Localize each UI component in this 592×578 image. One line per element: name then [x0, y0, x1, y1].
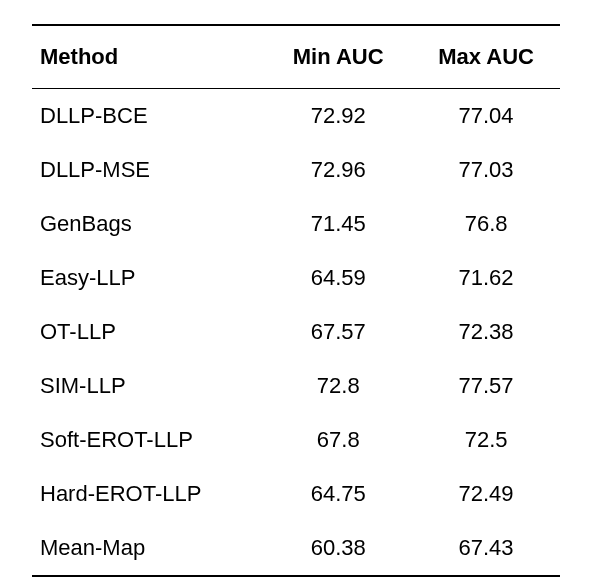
cell-method: GenBags: [32, 197, 264, 251]
table-row: Easy-LLP64.5971.62: [32, 251, 560, 305]
header-row: Method Min AUC Max AUC: [32, 25, 560, 89]
cell-method: Easy-LLP: [32, 251, 264, 305]
cell-method: OT-LLP: [32, 305, 264, 359]
cell-min-auc: 60.38: [264, 521, 412, 576]
cell-method: Mean-Map: [32, 521, 264, 576]
cell-min-auc: 72.92: [264, 89, 412, 144]
table-body: DLLP-BCE72.9277.04DLLP-MSE72.9677.03GenB…: [32, 89, 560, 577]
cell-max-auc: 72.49: [412, 467, 560, 521]
table-row: GenBags71.4576.8: [32, 197, 560, 251]
cell-max-auc: 71.62: [412, 251, 560, 305]
table-row: Soft-EROT-LLP67.872.5: [32, 413, 560, 467]
cell-min-auc: 71.45: [264, 197, 412, 251]
cell-max-auc: 77.57: [412, 359, 560, 413]
table-row: Mean-Map60.3867.43: [32, 521, 560, 576]
cell-min-auc: 64.75: [264, 467, 412, 521]
header-max-auc: Max AUC: [412, 25, 560, 89]
cell-max-auc: 76.8: [412, 197, 560, 251]
header-method: Method: [32, 25, 264, 89]
cell-max-auc: 72.5: [412, 413, 560, 467]
cell-max-auc: 77.04: [412, 89, 560, 144]
cell-max-auc: 77.03: [412, 143, 560, 197]
header-min-auc: Min AUC: [264, 25, 412, 89]
cell-method: DLLP-MSE: [32, 143, 264, 197]
cell-min-auc: 67.8: [264, 413, 412, 467]
table-row: DLLP-MSE72.9677.03: [32, 143, 560, 197]
cell-min-auc: 72.8: [264, 359, 412, 413]
cell-method: SIM-LLP: [32, 359, 264, 413]
cell-method: Soft-EROT-LLP: [32, 413, 264, 467]
cell-max-auc: 67.43: [412, 521, 560, 576]
cell-min-auc: 64.59: [264, 251, 412, 305]
table-row: DLLP-BCE72.9277.04: [32, 89, 560, 144]
cell-min-auc: 72.96: [264, 143, 412, 197]
table-row: OT-LLP67.5772.38: [32, 305, 560, 359]
cell-method: Hard-EROT-LLP: [32, 467, 264, 521]
cell-min-auc: 67.57: [264, 305, 412, 359]
results-table: Method Min AUC Max AUC DLLP-BCE72.9277.0…: [32, 24, 560, 577]
cell-method: DLLP-BCE: [32, 89, 264, 144]
table-row: SIM-LLP72.877.57: [32, 359, 560, 413]
cell-max-auc: 72.38: [412, 305, 560, 359]
table-row: Hard-EROT-LLP64.7572.49: [32, 467, 560, 521]
